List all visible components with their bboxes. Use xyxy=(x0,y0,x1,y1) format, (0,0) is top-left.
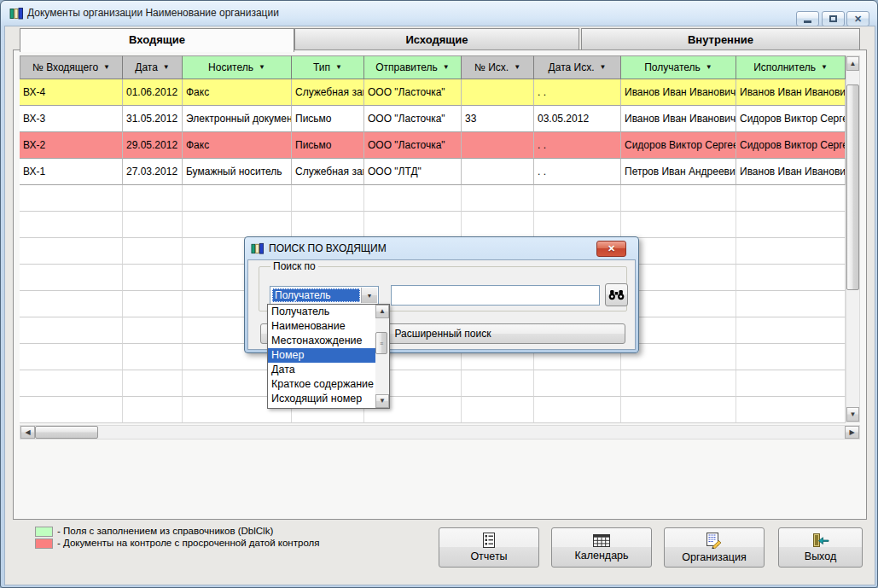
table-cell[interactable]: ООО "Ласточка" xyxy=(364,106,462,132)
dropdown-item[interactable]: Наименование xyxy=(268,319,375,334)
organization-icon xyxy=(706,533,723,549)
table-cell[interactable]: 03.05.2012 xyxy=(534,106,621,132)
table-cell[interactable]: ВХ-2 xyxy=(20,132,123,159)
table-cell[interactable]: Служебная зап xyxy=(292,159,364,185)
table-cell[interactable]: Письмо xyxy=(292,132,364,159)
scroll-down-button[interactable]: ▼ xyxy=(375,394,389,408)
tab-internal[interactable]: Внутренние xyxy=(581,28,860,51)
table-cell[interactable]: Факс xyxy=(183,132,292,159)
table-cell[interactable]: ООО "ЛТД" xyxy=(364,159,462,185)
search-field-combobox[interactable]: Получатель ▼ xyxy=(270,286,379,305)
dropdown-scrollbar[interactable]: ▲ ≡ ▼ xyxy=(375,305,389,408)
titlebar: Документы организации Наименование орган… xyxy=(1,1,877,26)
dropdown-item[interactable]: Дата xyxy=(268,363,375,377)
organization-button[interactable]: Организация xyxy=(664,527,765,568)
table-cell xyxy=(364,185,462,212)
minimize-button[interactable] xyxy=(796,11,819,26)
table-cell[interactable]: ВХ-3 xyxy=(20,106,123,132)
table-cell[interactable] xyxy=(462,79,534,106)
dialog-find-button[interactable] xyxy=(605,283,628,306)
table-cell[interactable]: . . xyxy=(534,132,621,159)
table-cell[interactable]: Петров Иван Андреевич xyxy=(621,159,736,185)
close-button[interactable]: ✕ xyxy=(846,11,869,26)
tab-incoming[interactable]: Входящие xyxy=(20,28,294,52)
column-header[interactable]: № Входящего▼ xyxy=(20,55,123,79)
table-cell[interactable]: Сидоров Виктор Сергее xyxy=(736,132,846,159)
table-cell[interactable]: 29.05.2012 xyxy=(123,132,183,159)
vertical-scrollbar[interactable]: ▲ ▼ xyxy=(846,55,860,422)
table-cell[interactable]: Сидоров Виктор Сергее xyxy=(736,106,846,132)
table-cell xyxy=(736,265,846,291)
scroll-left-button[interactable]: ◀ xyxy=(20,426,35,439)
exit-icon xyxy=(812,533,829,548)
sort-arrow-icon[interactable]: ▼ xyxy=(514,64,520,71)
sort-arrow-icon[interactable]: ▼ xyxy=(103,64,110,71)
table-cell[interactable]: Иванов Иван Иванови xyxy=(736,79,846,106)
column-header[interactable]: Тип▼ xyxy=(292,55,364,79)
table-cell[interactable]: Сидоров Виктор Сергееви xyxy=(621,132,736,159)
table-row[interactable]: ВХ-331.05.2012Электронный документПисьмо… xyxy=(20,106,846,132)
column-header[interactable]: Исполнитель▼ xyxy=(736,55,846,79)
table-cell[interactable]: ООО "Ласточка" xyxy=(364,132,462,159)
table-cell[interactable]: ВХ-4 xyxy=(20,79,123,106)
table-cell[interactable] xyxy=(462,132,534,159)
column-header[interactable]: Носитель▼ xyxy=(183,55,292,79)
dropdown-item[interactable]: Номер xyxy=(268,348,375,363)
maximize-button[interactable] xyxy=(822,11,845,26)
table-cell[interactable]: . . xyxy=(534,79,621,106)
dropdown-scroll-thumb[interactable]: ≡ xyxy=(375,332,387,354)
dropdown-item[interactable]: Местонахождение xyxy=(268,334,375,348)
column-header[interactable]: Дата▼ xyxy=(123,55,183,79)
legend-text: - Поля с заполнением из справочников (Db… xyxy=(57,526,273,536)
sort-arrow-icon[interactable]: ▼ xyxy=(335,64,342,71)
column-header[interactable]: Получатель▼ xyxy=(621,55,736,79)
scroll-up-button[interactable]: ▲ xyxy=(846,56,859,71)
scroll-down-button[interactable]: ▼ xyxy=(846,407,859,422)
table-cell xyxy=(621,397,736,423)
scroll-right-button[interactable]: ▶ xyxy=(845,426,859,439)
table-cell[interactable]: 33 xyxy=(462,106,534,132)
dropdown-item[interactable]: Получатель xyxy=(268,305,375,319)
table-cell[interactable]: Служебная зап xyxy=(292,79,364,106)
sort-arrow-icon[interactable]: ▼ xyxy=(706,64,712,71)
table-cell[interactable]: Письмо xyxy=(292,106,364,132)
table-cell[interactable]: Иванов Иван Иванович xyxy=(621,79,736,106)
dropdown-item[interactable]: Исходящий номер xyxy=(268,392,375,406)
table-row[interactable]: ВХ-127.03.2012Бумажный носительСлужебная… xyxy=(20,159,846,185)
table-cell xyxy=(292,185,364,212)
column-header[interactable]: Дата Исх.▼ xyxy=(534,55,621,79)
dropdown-item[interactable]: Краткое содержание xyxy=(268,377,375,392)
table-cell[interactable]: 27.03.2012 xyxy=(123,159,183,185)
table-cell[interactable]: ВХ-1 xyxy=(20,159,123,185)
sort-arrow-icon[interactable]: ▼ xyxy=(821,64,828,71)
table-cell[interactable] xyxy=(462,159,534,185)
sort-arrow-icon[interactable]: ▼ xyxy=(163,64,170,71)
sort-arrow-icon[interactable]: ▼ xyxy=(443,64,450,71)
table-cell[interactable]: ООО "Ласточка" xyxy=(364,79,462,106)
table-cell[interactable]: Иванов Иван Иванови xyxy=(736,159,846,185)
search-query-input[interactable] xyxy=(391,285,600,306)
horizontal-scroll-thumb[interactable] xyxy=(35,426,98,439)
horizontal-scrollbar[interactable]: ◀ ▶ xyxy=(20,425,860,440)
calendar-button[interactable]: Календарь xyxy=(551,527,652,568)
scroll-up-button[interactable]: ▲ xyxy=(375,305,389,318)
column-header[interactable]: № Исх.▼ xyxy=(462,55,534,79)
sort-arrow-icon[interactable]: ▼ xyxy=(259,64,265,71)
column-header[interactable]: Отправитель▼ xyxy=(364,55,462,79)
table-cell[interactable]: Электронный документ xyxy=(183,106,292,132)
sort-arrow-icon[interactable]: ▼ xyxy=(599,64,606,71)
chevron-down-icon[interactable]: ▼ xyxy=(361,288,377,303)
table-cell[interactable]: . . xyxy=(534,159,621,185)
exit-button[interactable]: Выход xyxy=(778,527,863,568)
table-row[interactable]: ВХ-401.06.2012ФаксСлужебная запООО "Ласт… xyxy=(20,79,846,106)
table-cell[interactable]: Факс xyxy=(183,79,292,106)
reports-button[interactable]: Отчеты xyxy=(439,527,539,568)
table-cell[interactable]: 01.06.2012 xyxy=(123,79,183,106)
tab-outgoing[interactable]: Исходящие xyxy=(294,28,579,51)
table-cell[interactable]: Иванов Иван Иванович xyxy=(621,106,736,132)
table-cell[interactable]: 31.05.2012 xyxy=(123,106,183,132)
dialog-close-button[interactable]: ✕ xyxy=(596,241,626,257)
vertical-scroll-thumb[interactable] xyxy=(846,84,859,290)
table-row[interactable]: ВХ-229.05.2012ФаксПисьмоООО "Ласточка". … xyxy=(20,132,846,159)
table-cell[interactable]: Бумажный носитель xyxy=(183,159,292,185)
